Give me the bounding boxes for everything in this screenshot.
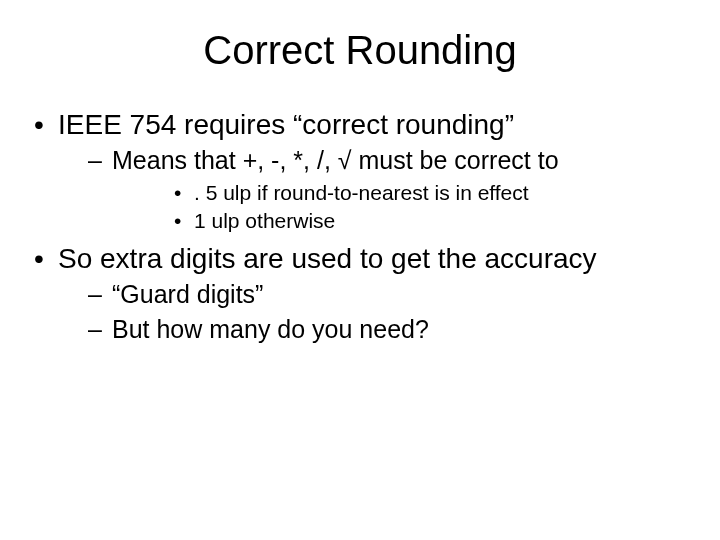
bullet-level2: But how many do you need? [58, 313, 690, 346]
bullet-list-level2: Means that +, -, *, /, √ must be correct… [58, 144, 690, 235]
bullet-text: . 5 ulp if round-to-nearest is in effect [194, 181, 529, 204]
slide-title: Correct Rounding [30, 28, 690, 73]
bullet-level3: 1 ulp otherwise [112, 207, 690, 235]
bullet-text: Means that +, -, *, /, √ must be correct… [112, 146, 559, 174]
bullet-level1: IEEE 754 requires “correct rounding” Mea… [30, 107, 690, 235]
bullet-text: “Guard digits” [112, 280, 263, 308]
bullet-text: But how many do you need? [112, 315, 429, 343]
bullet-list-level1: IEEE 754 requires “correct rounding” Mea… [30, 107, 690, 345]
bullet-level2: “Guard digits” [58, 278, 690, 311]
bullet-text: 1 ulp otherwise [194, 209, 335, 232]
bullet-text: So extra digits are used to get the accu… [58, 243, 597, 274]
bullet-level2: Means that +, -, *, /, √ must be correct… [58, 144, 690, 235]
bullet-level3: . 5 ulp if round-to-nearest is in effect [112, 179, 690, 207]
bullet-list-level3: . 5 ulp if round-to-nearest is in effect… [112, 179, 690, 236]
bullet-text: IEEE 754 requires “correct rounding” [58, 109, 514, 140]
bullet-level1: So extra digits are used to get the accu… [30, 241, 690, 345]
slide: Correct Rounding IEEE 754 requires “corr… [0, 0, 720, 540]
bullet-list-level2: “Guard digits” But how many do you need? [58, 278, 690, 345]
